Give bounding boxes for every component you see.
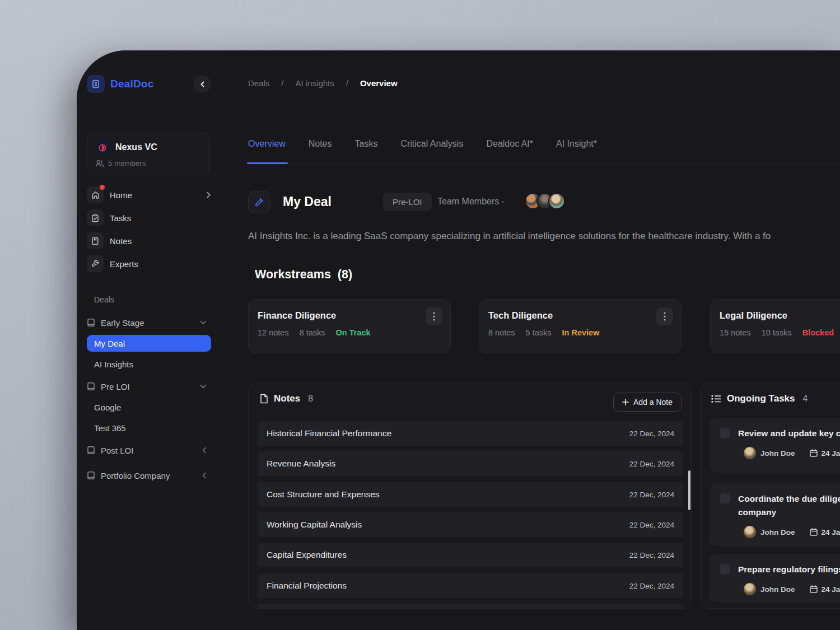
sidebar-item-early-stage[interactable]: Early Stage xyxy=(87,315,211,330)
sidebar-collapse-button[interactable] xyxy=(193,75,211,93)
sidebar: DealDoc Nexus VC 5 members Home xyxy=(77,50,221,630)
workstreams-heading: Workstreams(8) xyxy=(248,268,352,282)
breadcrumb-separator: / xyxy=(346,78,348,88)
notes-count: 8 notes xyxy=(488,328,515,337)
note-row[interactable]: Historical Financial Performance 22 Dec,… xyxy=(258,421,683,446)
note-row[interactable]: Revenue Analysis 22 Dec, 2024 xyxy=(258,451,683,476)
app-title: DealDoc xyxy=(110,78,153,90)
notes-panel-count: 8 xyxy=(308,394,313,404)
tab-critical-analysis[interactable]: Critical Analysis xyxy=(400,139,463,164)
sidebar-item-portfolio-company[interactable]: Portfolio Company xyxy=(87,468,211,483)
tab-ai-insight[interactable]: AI Insight* xyxy=(556,139,597,164)
team-members-label: Team Members - xyxy=(437,197,505,207)
chevron-left-icon xyxy=(202,447,207,454)
task-card[interactable]: Coordinate the due dilige company John D… xyxy=(710,483,840,546)
notes-panel-title: Notes xyxy=(274,393,300,404)
logo-row: DealDoc xyxy=(87,76,211,94)
tab-overview[interactable]: Overview xyxy=(248,139,286,164)
scrollbar-thumb[interactable] xyxy=(688,470,690,510)
note-row-partial[interactable] xyxy=(258,604,683,609)
chevron-left-icon xyxy=(202,472,207,479)
workstream-card-finance[interactable]: Finance Diligence 12 notes 8 tasks On Tr… xyxy=(248,299,451,353)
tasks-panel-count: 4 xyxy=(803,394,808,404)
deals-section-label: Deals xyxy=(94,295,114,304)
tab-dealdoc-ai[interactable]: Dealdoc AI* xyxy=(486,139,533,164)
ongoing-tasks-panel: Ongoing Tasks 4 Review and update key c … xyxy=(700,382,840,609)
task-card[interactable]: Prepare regulatory filings John Doe 24 J… xyxy=(710,554,840,602)
notes-count: 12 notes xyxy=(258,328,289,337)
deal-header: My Deal Pre-LOI Team Members - Deal Type… xyxy=(248,191,840,214)
notification-dot xyxy=(100,185,105,190)
breadcrumb-ai-insights[interactable]: AI insights xyxy=(296,78,334,88)
workspace-card[interactable]: Nexus VC 5 members xyxy=(87,133,210,175)
task-checkbox[interactable] xyxy=(720,428,730,438)
task-checkbox[interactable] xyxy=(720,564,730,574)
sidebar-item-pre-loi[interactable]: Pre LOI xyxy=(87,379,211,394)
team-avatars[interactable] xyxy=(525,193,565,209)
book-icon xyxy=(87,382,95,391)
tasks-panel-title: Ongoing Tasks xyxy=(727,393,795,404)
calendar-icon xyxy=(810,449,818,457)
workspace-members: 5 members xyxy=(95,159,146,167)
edit-deal-button[interactable] xyxy=(248,191,270,213)
book-icon xyxy=(87,318,95,327)
breadcrumb: Deals / AI insights / Overview xyxy=(248,78,398,88)
note-row[interactable]: Working Capital Analysis 22 Dec, 2024 xyxy=(258,512,683,537)
app-window: DealDoc Nexus VC 5 members Home xyxy=(77,50,840,630)
add-note-button[interactable]: Add a Note xyxy=(613,393,682,412)
breadcrumb-separator: / xyxy=(281,78,283,88)
stage-badge: Pre-LOI xyxy=(383,193,432,211)
sidebar-item-google[interactable]: Google xyxy=(94,401,121,413)
sidebar-item-tasks[interactable]: Tasks xyxy=(87,209,211,227)
breadcrumb-deals[interactable]: Deals xyxy=(248,78,269,88)
dealdoc-logo-icon xyxy=(87,75,105,93)
people-icon xyxy=(95,160,104,167)
plus-icon xyxy=(622,399,629,405)
sidebar-item-home[interactable]: Home xyxy=(87,186,211,204)
home-icon xyxy=(87,186,104,203)
tab-bar: Overview Notes Tasks Critical Analysis D… xyxy=(247,139,840,164)
workspace-logo-icon xyxy=(95,141,110,155)
clipboard-check-icon xyxy=(87,209,104,226)
sidebar-item-notes[interactable]: Notes xyxy=(87,232,211,250)
deal-title: My Deal xyxy=(283,194,332,209)
chevron-right-icon xyxy=(206,192,211,198)
chevron-left-icon xyxy=(199,81,206,87)
tab-notes[interactable]: Notes xyxy=(309,139,332,164)
tasks-count: 8 tasks xyxy=(300,328,325,337)
task-checkbox[interactable] xyxy=(720,493,730,503)
note-row[interactable]: Cost Structure and Expenses 22 Dec, 2024 xyxy=(258,482,683,507)
sidebar-item-test-365[interactable]: Test 365 xyxy=(94,422,126,434)
kebab-menu-icon[interactable] xyxy=(426,307,442,325)
chevron-down-icon xyxy=(200,384,207,389)
workstream-card-tech[interactable]: Tech Diligence 8 notes 5 tasks In Review xyxy=(479,299,682,353)
kebab-menu-icon[interactable] xyxy=(656,307,673,325)
assignee-avatar xyxy=(744,583,756,595)
wrench-icon xyxy=(87,255,104,272)
chevron-down-icon xyxy=(200,320,207,325)
document-icon xyxy=(259,394,268,404)
tab-tasks[interactable]: Tasks xyxy=(354,139,377,164)
status-badge: On Track xyxy=(336,328,371,337)
sidebar-item-post-loi[interactable]: Post LOI xyxy=(87,443,211,458)
sidebar-item-my-deal[interactable]: My Deal xyxy=(87,335,211,352)
breadcrumb-overview[interactable]: Overview xyxy=(360,78,398,88)
sidebar-item-experts[interactable]: Experts xyxy=(87,255,211,273)
tasks-count: 10 tasks xyxy=(762,328,792,337)
note-row[interactable]: Financial Projections 22 Dec, 2024 xyxy=(258,573,683,598)
calendar-icon xyxy=(810,585,818,593)
book-icon xyxy=(87,446,95,455)
status-badge: In Review xyxy=(562,328,600,337)
notes-count: 15 notes xyxy=(720,328,751,337)
book-icon xyxy=(87,471,95,480)
workspace-name: Nexus VC xyxy=(115,142,157,152)
sidebar-item-ai-insights[interactable]: AI Insights xyxy=(94,358,133,370)
note-row[interactable]: Capital Expenditures 22 Dec, 2024 xyxy=(258,543,683,567)
avatar xyxy=(548,193,565,209)
list-icon xyxy=(711,395,721,403)
status-badge: Blocked xyxy=(802,328,834,337)
task-card[interactable]: Review and update key c John Doe 24 Ja xyxy=(710,418,840,473)
notes-panel: Notes 8 Add a Note Historical Financial … xyxy=(248,382,692,609)
workstream-card-legal[interactable]: Legal Diligence 15 notes 10 tasks Blocke… xyxy=(710,299,840,353)
pencil-edit-icon xyxy=(254,197,264,207)
